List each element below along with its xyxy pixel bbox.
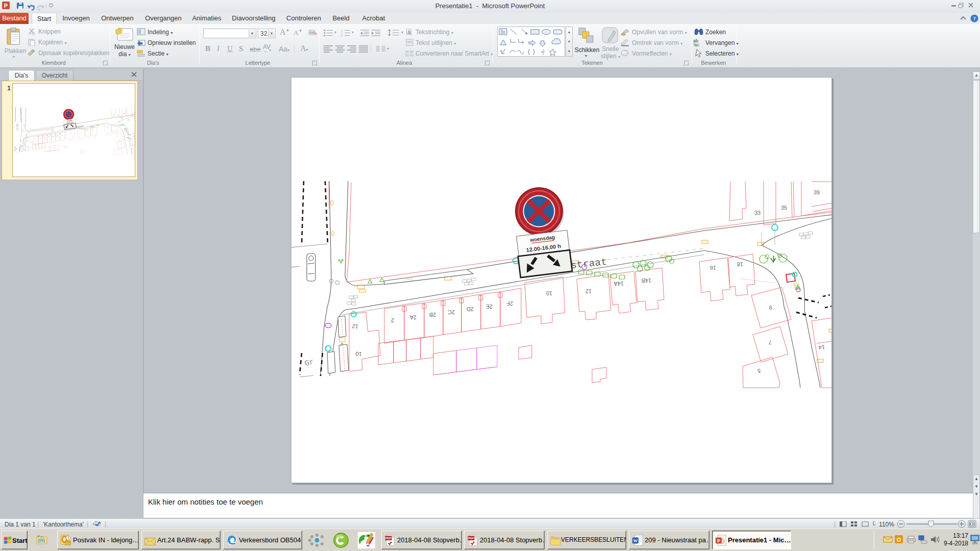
- svg-text:W: W: [633, 538, 638, 543]
- svg-text:P: P: [4, 3, 8, 9]
- svg-text:P: P: [717, 538, 720, 543]
- svg-text:A: A: [407, 30, 411, 35]
- svg-text:?: ?: [973, 15, 976, 21]
- svg-text:PDF: PDF: [385, 537, 391, 540]
- svg-text:▾: ▾: [33, 4, 35, 9]
- svg-text:O: O: [897, 537, 901, 543]
- svg-text:ac: ac: [695, 42, 700, 46]
- svg-text:3: 3: [341, 34, 342, 37]
- svg-text:PDF: PDF: [468, 537, 474, 540]
